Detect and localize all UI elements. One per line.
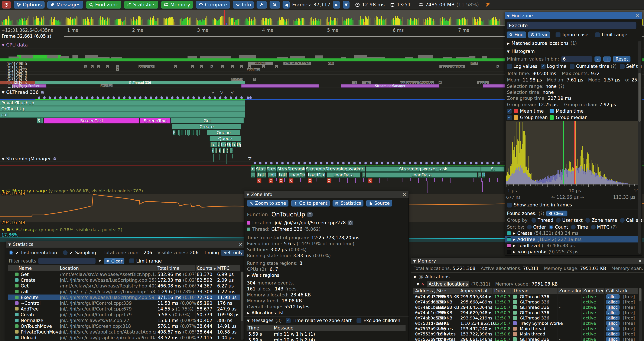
cpu-timeline-segment[interactable]: c — [174, 65, 177, 68]
legend-checkbox[interactable] — [507, 109, 512, 114]
sample-dot[interactable] — [481, 162, 483, 164]
glthread-header[interactable]: ▼GLThread 336 — [2, 90, 44, 95]
sample-dot[interactable] — [337, 162, 339, 164]
sample-dot[interactable] — [287, 162, 289, 164]
zone-bar[interactable]: LoadData — [366, 172, 477, 178]
histogram-section-row[interactable]: ▼Histogram — [507, 49, 535, 54]
time-relative-checkbox[interactable] — [286, 318, 291, 323]
cpu-timeline-segment[interactable]: c — [97, 65, 100, 68]
wait-regions-row[interactable]: ▶Wait regions — [247, 273, 280, 278]
lock-marker[interactable] — [324, 178, 324, 182]
sample-dot[interactable] — [353, 162, 356, 164]
table-row[interactable]: calljni/../jni/../../../src/claw/base/Lu… — [8, 289, 240, 294]
found-zone-row[interactable]: ▶Create(54,131) 643.34 ms — [505, 230, 641, 236]
min-bin-input[interactable]: 6 — [561, 56, 592, 62]
lock-marker[interactable] — [340, 178, 340, 182]
sample-dot[interactable] — [498, 162, 500, 164]
table-row[interactable]: Get/mnt/e/claw/src/claw/base/AssetDict.h… — [8, 271, 240, 277]
instrumentation-radio[interactable] — [9, 250, 14, 255]
statistics-button[interactable]: Statistics — [124, 1, 158, 9]
show-frames-checkbox[interactable] — [507, 203, 512, 207]
sample-dot[interactable] — [458, 162, 461, 164]
alloc-callstack-button[interactable]: alloc — [606, 337, 620, 341]
zone-bar[interactable] — [191, 130, 192, 135]
limit-range-checkbox[interactable] — [129, 258, 134, 263]
cpu-timeline-segment[interactable]: c — [248, 65, 251, 68]
table-row[interactable]: Normalizejni/../jni/src/claw/vfs/Vfs.cpp… — [8, 317, 240, 323]
cpu-timeline-segment[interactable]: StreamingManager — [341, 84, 440, 88]
zone-bar[interactable]: Strea — [256, 166, 266, 172]
cumulate-checkbox[interactable] — [570, 64, 574, 69]
lock-marker[interactable] — [466, 178, 466, 183]
zone-bar[interactable]: St — [481, 166, 505, 172]
lock-marker[interactable] — [426, 178, 427, 181]
lock-marker[interactable] — [379, 178, 380, 183]
zone-bar[interactable]: LoU — [257, 172, 266, 178]
lock-marker[interactable] — [276, 178, 277, 181]
alloc-callstack-button[interactable]: alloc — [606, 305, 620, 310]
table-row[interactable]: 0x7553b9fbf016 bytes296,661,146ns13:50.7… — [413, 337, 638, 341]
cpu-timeline-segment[interactable]: c — [240, 65, 243, 68]
zone-bar[interactable]: Queue — [207, 130, 240, 135]
zone-bar[interactable]: ScreenText — [140, 118, 170, 124]
sample-dot[interactable] — [409, 162, 411, 164]
reset-button[interactable]: Reset — [613, 56, 631, 63]
find-zone-histogram[interactable] — [506, 121, 638, 184]
lock-marker[interactable] — [402, 178, 403, 182]
zone-bar[interactable]: U — [217, 142, 220, 147]
alloc-callstack-button[interactable]: alloc — [606, 321, 620, 326]
message-row[interactable]: 5.59 smip 10 w 2 h 2 (4) — [246, 337, 406, 341]
lock-marker[interactable] — [347, 178, 348, 183]
zone-bar[interactable]: U — [362, 172, 365, 178]
clear-button[interactable]: Clear — [528, 31, 550, 38]
zone-bar[interactable] — [176, 130, 176, 135]
help-icon[interactable]: (?) — [558, 84, 564, 89]
compare-button[interactable]: Compare — [196, 1, 230, 9]
decrement-button[interactable]: - — [594, 56, 601, 62]
cpu-timeline-segment[interactable]: audio.se — [232, 78, 243, 81]
cpu-timeline-segment[interactable]: c — [200, 65, 203, 68]
collapsed-zone-marker[interactable]: ▽ — [220, 90, 223, 94]
zone-bar[interactable] — [181, 130, 183, 135]
statistics-titlebar[interactable]: ▼Statistics✕ — [6, 241, 245, 248]
zone-bar[interactable]: Strea — [277, 166, 287, 172]
go-to-parent-button[interactable]: Go to parent — [291, 200, 330, 207]
lock-marker[interactable] — [284, 178, 285, 182]
lock-marker[interactable] — [253, 178, 254, 182]
alloc-callstack-button[interactable]: alloc — [606, 299, 620, 304]
cpu-timeline-segment[interactable]: cds_ol_rx_thr — [138, 65, 154, 68]
collapsed-call-box[interactable]: C — [289, 178, 294, 183]
table-row[interactable]: 0x74ab1be040186.68 KB294,645,364ns13:50.… — [413, 305, 638, 310]
lock-marker[interactable] — [482, 178, 482, 182]
cpu-timeline-segment[interactable]: a — [253, 78, 256, 81]
options-button[interactable]: Options — [14, 1, 45, 9]
sampling-radio[interactable] — [63, 250, 68, 255]
sample-dot[interactable] — [292, 162, 295, 164]
sample-dot[interactable] — [386, 162, 389, 164]
zone-bar[interactable]: |~ — [222, 148, 225, 153]
zone-bar[interactable]: n — [251, 166, 255, 172]
lock-marker[interactable] — [434, 178, 435, 182]
tools-button[interactable] — [256, 1, 267, 9]
cpu-usage-header[interactable]: ▼CPU usage(y-range: 0.78%, visible data … — [2, 227, 122, 232]
lock-marker[interactable] — [316, 178, 316, 181]
cpu-timeline-segment[interactable]: kworker/u — [100, 84, 112, 87]
zoom-button[interactable] — [269, 1, 280, 9]
cpu-timeline-segment[interactable]: cds — [328, 62, 334, 65]
group-by-radio-thread[interactable] — [532, 218, 536, 223]
sample-dot[interactable] — [314, 162, 317, 164]
memory-scroll-thumb[interactable] — [639, 288, 642, 301]
cpu-timeline-segment[interactable]: audioserver(AudioOut_D) — [400, 81, 434, 84]
zone-bar[interactable]: ( — [219, 148, 221, 153]
zone-bar[interactable]: LoU — [268, 172, 276, 178]
zone-bar[interactable]: S — [37, 118, 40, 124]
find-button[interactable]: Find — [506, 31, 526, 38]
sample-dot[interactable] — [431, 162, 433, 164]
memory-button[interactable]: Memory — [161, 1, 193, 9]
lock-marker[interactable] — [410, 178, 411, 181]
lock-marker[interactable] — [387, 178, 388, 181]
zone-bar[interactable]: LoadData — [326, 172, 360, 178]
zone-bar-fullwidth[interactable]: OnTouchUp — [0, 106, 245, 112]
found-zone-row[interactable]: ▶<no parent>(9) 225.73 µs — [505, 249, 641, 255]
zone-bar[interactable]: Get — [171, 118, 244, 124]
